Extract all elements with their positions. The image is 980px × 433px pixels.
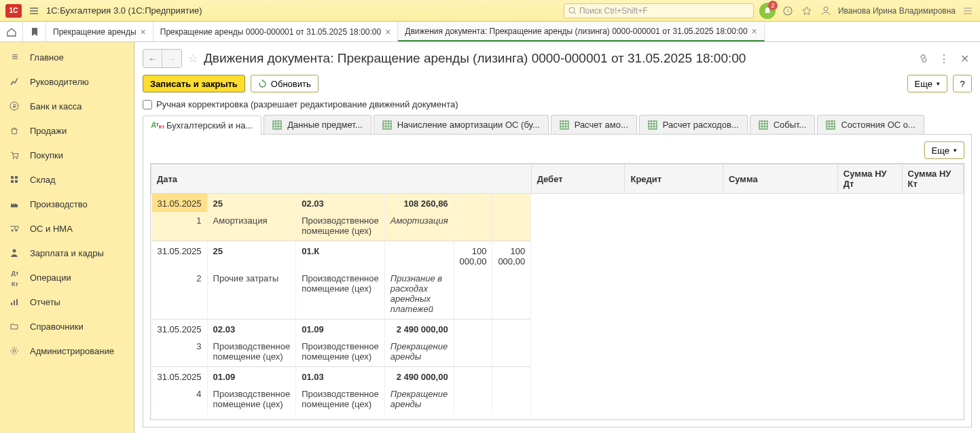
sidebar-icon: ≡: [10, 51, 20, 63]
sidebar-label: Банк и касса: [30, 101, 82, 111]
refresh-button[interactable]: Обновить: [251, 75, 319, 92]
subtab-3[interactable]: Расчет амо...: [551, 115, 637, 134]
help-button[interactable]: ?: [953, 75, 972, 92]
close-icon[interactable]: ✕: [957, 51, 972, 66]
sidebar-item-11[interactable]: Справочники: [0, 314, 134, 339]
sidebar-label: Справочники: [30, 322, 84, 332]
tab-0[interactable]: Прекращение аренды×: [46, 22, 153, 41]
search-input[interactable]: Поиск Ctrl+Shift+F: [564, 3, 754, 18]
titlebar: 1C 1С:Бухгалтерия 3.0 (1С:Предприятие) П…: [0, 0, 980, 22]
subtab-label: Расчет амо...: [575, 120, 628, 130]
sidebar-icon: ₽: [10, 101, 20, 111]
tab-close-icon[interactable]: ×: [385, 27, 391, 37]
more-button[interactable]: Еще ▾: [907, 75, 947, 92]
manual-edit-label: Ручная корректировка (разрешает редактир…: [156, 99, 458, 109]
sidebar-item-0[interactable]: ≡Главное: [0, 45, 134, 69]
svg-rect-23: [827, 121, 835, 129]
search-placeholder: Поиск Ctrl+Shift+F: [579, 6, 648, 16]
tab-close-icon[interactable]: ×: [752, 26, 757, 37]
user-name[interactable]: Иванова Ирина Владимировна: [838, 6, 956, 16]
sidebar-icon: ДтКт: [10, 266, 20, 288]
sidebar-icon: [10, 248, 20, 258]
sidebar-item-4[interactable]: Покупки: [0, 143, 134, 167]
nav-forward-button[interactable]: →: [162, 50, 181, 67]
subtab-label: Состояния ОС о...: [841, 120, 915, 130]
sidebar-item-5[interactable]: Склад: [0, 167, 134, 192]
star-icon[interactable]: [800, 4, 814, 18]
sidebar-item-7[interactable]: ОС и НМА: [0, 216, 134, 241]
sidebar-item-9[interactable]: ДтКтОперации: [0, 265, 134, 290]
table-row[interactable]: 31.05.202501.0901.032 490 000,004Произво…: [151, 367, 531, 415]
sidebar-item-6[interactable]: Производство: [0, 192, 134, 216]
col-date[interactable]: Дата: [151, 164, 532, 194]
subtab-4[interactable]: Расчет расходов...: [639, 115, 748, 134]
window-menu-icon[interactable]: [961, 4, 975, 18]
history-icon[interactable]: [781, 4, 795, 18]
sidebar-item-12[interactable]: Администрирование: [0, 339, 134, 363]
home-icon[interactable]: [0, 22, 23, 41]
kebab-icon[interactable]: ⋮: [937, 51, 951, 66]
col-credit[interactable]: Кредит: [625, 164, 723, 194]
svg-rect-20: [560, 121, 568, 129]
sidebar-label: Продажи: [30, 126, 67, 136]
svg-rect-7: [11, 176, 14, 179]
subtabs: ДтКтБухгалтерский и на...Данные предмет.…: [143, 115, 972, 135]
svg-point-2: [824, 7, 828, 11]
app-logo: 1C: [5, 4, 22, 18]
link-icon[interactable]: [916, 51, 931, 66]
grid-icon: [826, 120, 835, 130]
main-content: ← → ☆ Движения документа: Прекращение ар…: [134, 42, 980, 433]
menu-icon[interactable]: [27, 4, 41, 18]
sidebar-icon: [10, 322, 20, 331]
search-icon: [568, 7, 577, 15]
table-row[interactable]: 31.05.202502.0301.092 490 000,003Произво…: [151, 319, 531, 367]
favorite-star-icon[interactable]: ☆: [187, 51, 198, 66]
svg-point-11: [12, 230, 14, 232]
user-icon[interactable]: [819, 4, 833, 18]
write-close-button[interactable]: Записать и закрыть: [143, 75, 245, 92]
grid-icon: [272, 120, 282, 130]
sidebar-label: Производство: [30, 199, 88, 209]
sidebar-label: ОС и НМА: [30, 224, 73, 234]
sidebar-item-1[interactable]: Руководителю: [0, 69, 134, 94]
tab-close-icon[interactable]: ×: [141, 27, 146, 37]
manual-edit-checkbox[interactable]: [143, 100, 152, 109]
dk-icon: ДтКт: [151, 121, 161, 131]
tab-2[interactable]: Движения документа: Прекращение аренды (…: [398, 22, 764, 41]
subtab-0[interactable]: ДтКтБухгалтерский и на...: [143, 116, 261, 135]
sidebar-label: Руководителю: [30, 77, 89, 87]
sidebar-item-10[interactable]: Отчеты: [0, 290, 134, 314]
table-row[interactable]: 31.05.20252502.03108 260,861АмортизацияП…: [151, 194, 531, 241]
subtab-label: Начисление амортизации ОС (бу...: [397, 120, 540, 130]
sidebar-item-3[interactable]: Продажи: [0, 118, 134, 143]
sidebar-item-2[interactable]: ₽Банк и касса: [0, 94, 134, 118]
sidebar-item-8[interactable]: Зарплата и кадры: [0, 241, 134, 265]
svg-point-17: [13, 349, 16, 352]
tab-1[interactable]: Прекращение аренды 0000-000001 от 31.05.…: [153, 22, 399, 41]
table-row[interactable]: 31.05.20252501.К100 000,00100 000,002Про…: [151, 241, 531, 319]
bookmark-icon[interactable]: [23, 22, 46, 41]
accounting-grid[interactable]: Дата Дебет Кредит Сумма Сумма НУ Дт Сумм…: [150, 163, 964, 420]
subtab-2[interactable]: Начисление амортизации ОС (бу...: [374, 115, 549, 134]
subtab-6[interactable]: Состояния ОС о...: [817, 115, 924, 134]
subtab-5[interactable]: Событ...: [750, 115, 816, 134]
tabbar: Прекращение аренды×Прекращение аренды 00…: [0, 22, 980, 42]
col-sum[interactable]: Сумма: [723, 164, 837, 194]
svg-rect-8: [15, 176, 18, 179]
col-nudt[interactable]: Сумма НУ Дт: [837, 164, 902, 194]
col-nukt[interactable]: Сумма НУ Кт: [902, 164, 963, 194]
nav-back-button[interactable]: ←: [143, 50, 162, 67]
subtab-label: Бухгалтерский и на...: [166, 120, 253, 131]
sidebar-icon: [10, 346, 20, 356]
notification-icon[interactable]: 2: [759, 3, 776, 19]
sidebar-icon: [10, 150, 20, 160]
svg-point-13: [13, 249, 16, 253]
grid-more-button[interactable]: Еще ▾: [924, 141, 964, 159]
subtab-1[interactable]: Данные предмет...: [264, 115, 371, 134]
sidebar-icon: [10, 126, 20, 135]
refresh-icon: [258, 80, 267, 88]
svg-rect-10: [15, 180, 18, 183]
svg-text:₽: ₽: [13, 103, 16, 109]
col-debit[interactable]: Дебет: [531, 164, 625, 194]
svg-rect-18: [273, 121, 281, 129]
